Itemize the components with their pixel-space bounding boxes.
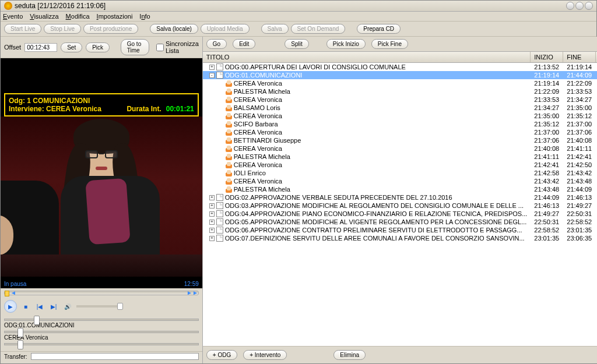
go-to-time-button[interactable]: Go to Time [121,39,149,55]
play-button[interactable]: ▶ [4,300,17,313]
tree-row-odg[interactable]: +ODG:06.APPROVAZIONE CONTRATTO PRELIMINA… [203,226,597,234]
pick-button[interactable]: Pick [86,43,110,52]
tree-row-speaker[interactable]: BALSAMO Loris21:34:2721:35:00 [203,104,597,112]
tree-row-speaker[interactable]: CEREA Veronica21:33:5321:34:27 [203,96,597,104]
tree-header: TITOLO INIZIO FINE ODG [203,52,597,63]
row-fine: 21:42:41 [563,153,596,160]
row-inizio: 21:41:11 [531,153,563,160]
col-titolo[interactable]: TITOLO [203,52,531,62]
volume-slider[interactable] [76,305,123,308]
tree-row-odg[interactable]: +ODG:04.APPROVAZIONE PIANO ECONOMICO-FIN… [203,210,597,218]
tree-row-speaker[interactable]: CEREA Veronica21:19:1421:22:09 [203,79,597,87]
row-inizio: 21:42:58 [531,169,563,176]
prev-button[interactable]: |◀ [34,301,45,312]
tree-row-speaker[interactable]: CEREA Veronica21:40:0821:41:11 [203,144,597,153]
tree-row-speaker[interactable]: PALESTRA Michela21:22:0921:33:53 [203,87,597,96]
set-button[interactable]: Set [61,43,82,52]
tree-row-speaker[interactable]: BETTINARDI Giuseppe21:37:0621:40:08 [203,136,597,144]
odg-slider[interactable] [4,319,199,321]
edit-button[interactable]: Edit [233,39,255,49]
split-button[interactable]: Split [285,39,308,49]
menu-impostazioni[interactable]: Impostazioni [97,13,133,20]
speaker-slider[interactable] [4,331,199,333]
overlay-durata-label: Durata Int. [127,105,161,113]
salva-button[interactable]: Salva [261,24,289,34]
expand-toggle[interactable]: + [209,236,215,241]
document-icon [216,227,223,234]
app-icon [4,2,12,10]
tree-row-odg[interactable]: +ODG:02.APPROVAZIONE VERBALE SEDUTA PREC… [203,193,597,202]
tree-row-odg[interactable]: +ODG:05.APPROVAZIONE MODIFICHE AL VIGENT… [203,218,597,226]
person-icon [226,97,232,103]
row-fine: 22:58:52 [563,218,596,225]
row-fine: 21:43:42 [563,169,596,176]
expand-toggle[interactable]: + [209,220,215,225]
add-odg-button[interactable]: + ODG [206,350,237,360]
tree-row-speaker[interactable]: PALESTRA Michela21:43:4821:44:09 [203,185,597,193]
expand-toggle[interactable]: + [209,203,215,208]
tree-row-speaker[interactable]: PALESTRA Michela21:41:1121:42:41 [203,153,597,161]
row-title: ODG:04.APPROVAZIONE PIANO ECONOMICO-FINA… [225,210,528,217]
seek-bar[interactable]: ◄◄ ►► [4,291,199,295]
extra-slider[interactable] [4,343,199,345]
row-inizio: 21:37:00 [531,129,563,136]
tree-table[interactable]: TITOLO INIZIO FINE ODG +ODG:00.APERTURA … [203,51,597,346]
prepara-cd-button[interactable]: Prepara CD [357,24,401,34]
pick-fine-button[interactable]: Pick Fine [371,39,408,49]
right-toolbar: Go Edit Split Pick Inizio Pick Fine [203,37,597,51]
start-live-button[interactable]: Start Live [4,24,41,34]
expand-toggle[interactable]: - [209,73,215,78]
sincronizza-checkbox[interactable] [156,44,164,51]
row-title: SCIFO Barbara [234,121,278,128]
menu-visualizza[interactable]: Visualizza [30,13,58,20]
tree-row-speaker[interactable]: CEREA Veronica21:43:4221:43:48 [203,177,597,185]
document-icon [216,202,223,209]
stop-live-button[interactable]: Stop Live [44,24,81,34]
video-viewport: Odg: 1 COMUNICAZIONI Interviene: CEREA V… [1,58,202,288]
row-title: PALESTRA Michela [234,88,290,95]
row-title: PALESTRA Michela [234,186,290,193]
menu-modifica[interactable]: Modifica [66,13,90,20]
upload-media-button[interactable]: Upload Media [201,24,250,34]
expand-toggle[interactable]: + [209,195,215,200]
row-fine: 23:06:35 [563,235,596,242]
tree-row-speaker[interactable]: SCIFO Barbara21:35:1221:37:00 [203,120,597,128]
seek-forward-icon[interactable]: ►► [187,289,198,296]
document-icon [216,63,223,70]
tree-row-speaker[interactable]: CEREA Veronica21:42:4121:42:50 [203,161,597,169]
tree-row-odg[interactable]: +ODG:03.APPROVAZIONE MODIFICHE AL REGOLA… [203,202,597,210]
tree-row-odg[interactable]: +ODG:07.DEFINIZIONE SERVITU DELLE AREE C… [203,234,597,242]
expand-toggle[interactable]: + [209,211,215,217]
col-fine[interactable]: FINE [563,52,596,62]
expand-toggle[interactable]: + [209,228,215,233]
person-icon [226,162,232,168]
offset-label: Offset [4,44,21,51]
seek-thumb[interactable] [5,291,9,296]
post-produzione-button[interactable]: Post produzione [83,24,138,34]
tree-row-speaker[interactable]: IOLI Enrico21:42:5821:43:42 [203,169,597,177]
toolbar-main: Start Live Stop Live Post produzione Sal… [1,22,596,37]
next-button[interactable]: ▶| [48,301,59,312]
tree-row-speaker[interactable]: CEREA Veronica21:37:0021:37:06 [203,128,597,136]
row-fine: 22:50:31 [563,210,596,217]
pick-inizio-button[interactable]: Pick Inizio [326,39,366,49]
menu-info[interactable]: Info [139,13,150,20]
offset-input[interactable] [24,43,57,52]
tree-row-speaker[interactable]: CEREA Veronica21:35:0021:35:12 [203,112,597,120]
salva-locale-button[interactable]: Salva (locale) [150,24,198,34]
add-intervento-button[interactable]: + Intervento [243,350,287,360]
col-inizio[interactable]: INIZIO [531,52,563,62]
set-on-demand-button[interactable]: Set On Demand [291,24,346,34]
menu-evento[interactable]: Evento [3,13,23,20]
maximize-button[interactable] [575,2,584,10]
elimina-button[interactable]: Elimina [333,350,366,360]
minimize-button[interactable] [566,2,574,10]
go-button[interactable]: Go [206,39,227,49]
volume-icon[interactable]: 🔊 [62,301,73,312]
expand-toggle[interactable]: + [209,65,215,70]
tree-row-odg[interactable]: -ODG:01.COMUNICAZIONI21:19:1421:44:091 [203,71,597,79]
transfer-label: Transfer: [4,354,27,360]
tree-row-odg[interactable]: +ODG:00.APERTURA DEI LAVORI DI CONSIGLIO… [203,63,597,71]
close-button[interactable] [585,2,593,10]
stop-button[interactable]: ■ [20,301,31,312]
